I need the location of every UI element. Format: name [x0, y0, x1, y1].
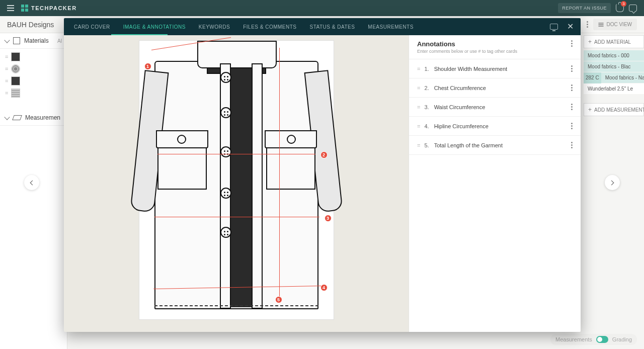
brand-text: TECHPACKER: [31, 5, 77, 11]
measure-line-2: [157, 154, 315, 154]
measure-line-5v: [279, 48, 280, 301]
drag-icon: =: [417, 123, 419, 129]
topbar: TECHPACKER REPORT AN ISSUE 3: [0, 0, 644, 16]
annotation-row[interactable]: = 5. Total Length of the Garment: [409, 136, 581, 155]
more-icon[interactable]: [571, 142, 573, 148]
more-icon[interactable]: [571, 40, 573, 47]
more-icon[interactable]: [571, 123, 573, 129]
modal-tabs: CARD COVER IMAGE & ANNOTATIONS KEYWORDS …: [64, 18, 581, 35]
more-icon[interactable]: [571, 104, 573, 110]
marker-3[interactable]: 3: [325, 215, 332, 222]
annotation-row[interactable]: = 3. Waist Circumference: [409, 98, 581, 117]
drag-icon: =: [5, 90, 7, 96]
material-chip[interactable]: Mood fabrics - Navy: [601, 72, 644, 83]
chevron-down-icon: [4, 37, 10, 43]
annotations-panel: Annotations Enter comments below or use …: [409, 35, 581, 332]
materials-list: = = = =: [0, 49, 67, 101]
tab-files-comments[interactable]: FILES & COMMENTS: [243, 24, 296, 30]
material-chip[interactable]: Mood fabrics - Blac: [584, 61, 644, 72]
toggle-left-label: Measurements: [555, 336, 592, 342]
drag-icon: =: [417, 142, 419, 148]
brand-logo[interactable]: TECHPACKER: [21, 5, 77, 12]
swatch-icon: [11, 89, 20, 98]
secondary-bar-right: DOC VIEW: [587, 19, 637, 30]
drag-icon: =: [417, 85, 419, 91]
modal-body: 1 2 3 4 5 Annotations Enter comments bel…: [64, 35, 581, 332]
tab-status-dates[interactable]: STATUS & DATES: [310, 24, 355, 30]
plus-icon: +: [588, 106, 592, 113]
material-chip[interactable]: Wunderlabel 2.5" Le: [584, 83, 644, 94]
menu-icon[interactable]: [7, 5, 14, 11]
marker-5[interactable]: 5: [275, 296, 282, 303]
modal-tabs-right: ✕: [550, 23, 574, 31]
chevron-down-icon: [4, 114, 10, 120]
annotation-row[interactable]: = 2. Chest Circumference: [409, 78, 581, 98]
doc-view-button[interactable]: DOC VIEW: [593, 19, 637, 30]
measurements-grading-toggle[interactable]: Measurements Grading: [550, 334, 637, 345]
annotation-number: 1.: [424, 66, 429, 72]
notifications-badge: 3: [621, 1, 626, 7]
more-icon[interactable]: [571, 84, 573, 91]
drag-icon: =: [5, 54, 7, 60]
project-name[interactable]: BAUH Designs: [7, 21, 54, 29]
annotation-number: 4.: [424, 123, 429, 129]
add-material-button[interactable]: +ADD MATERIAL: [584, 35, 644, 48]
marker-4[interactable]: 4: [320, 284, 328, 291]
logo-mark-icon: [21, 5, 28, 12]
annotation-row[interactable]: = 4. Hipline Circumference: [409, 117, 581, 136]
monitor-icon[interactable]: [550, 24, 558, 30]
annotations-title: Annotations: [417, 40, 517, 48]
annotations-header: Annotations Enter comments below or use …: [409, 35, 581, 59]
annotation-number: 2.: [424, 85, 429, 91]
drag-icon: =: [417, 104, 419, 110]
next-button[interactable]: [605, 175, 620, 190]
annotation-label: Hipline Circumference: [434, 123, 489, 129]
tab-measurements[interactable]: MEASUREMENTS: [368, 24, 413, 30]
materials-badge: Al: [57, 38, 62, 44]
material-row[interactable]: =: [0, 51, 67, 63]
add-measurement-button[interactable]: +ADD MEASUREMENT: [584, 103, 644, 116]
measure-line-3: [154, 217, 319, 217]
image-area: 1 2 3 4 5: [64, 35, 409, 332]
annotations-subtitle: Enter comments below or use # to tag oth…: [417, 49, 517, 54]
annotation-label: Total Length of the Garment: [434, 142, 503, 148]
right-background-strip: +ADD MATERIAL Mood fabrics - 000 Mood fa…: [584, 33, 644, 118]
notifications-icon[interactable]: 3: [616, 4, 624, 12]
stack-icon: [598, 23, 604, 27]
swatch-icon: [11, 76, 20, 85]
annotation-label: Chest Circumference: [434, 85, 486, 91]
tab-keywords[interactable]: KEYWORDS: [199, 24, 230, 30]
color-code-chip: 282 C: [584, 72, 601, 83]
tab-card-cover[interactable]: CARD COVER: [74, 24, 110, 30]
materials-title: Materials: [24, 37, 49, 44]
swatch-icon: [11, 64, 20, 73]
material-chip[interactable]: Mood fabrics - 000: [584, 50, 644, 61]
toggle-switch[interactable]: [596, 336, 608, 343]
marker-2[interactable]: 2: [320, 151, 328, 158]
annotation-row[interactable]: = 1. Shoulder Width Measurement: [409, 59, 581, 78]
more-icon[interactable]: [587, 21, 588, 28]
left-panel: Materials Al = = = = Measuremen: [0, 33, 67, 349]
report-issue-button[interactable]: REPORT AN ISSUE: [558, 3, 611, 13]
topbar-left: TECHPACKER: [7, 5, 77, 12]
marker-1[interactable]: 1: [144, 63, 151, 70]
annotation-label: Shoulder Width Measurement: [434, 66, 508, 72]
prev-button[interactable]: [24, 175, 39, 190]
more-icon[interactable]: [571, 65, 573, 72]
materials-section-header[interactable]: Materials Al: [0, 33, 67, 49]
tab-image-annotations[interactable]: IMAGE & ANNOTATIONS: [123, 24, 186, 30]
toggle-right-label: Grading: [612, 336, 632, 342]
material-row[interactable]: =: [0, 75, 67, 87]
garment-illustration: 1 2 3 4 5: [139, 40, 334, 320]
chat-icon[interactable]: [629, 5, 637, 12]
drag-icon: =: [5, 66, 7, 72]
material-row[interactable]: =: [0, 87, 67, 99]
annotation-number: 3.: [424, 104, 429, 110]
close-icon[interactable]: ✕: [567, 23, 574, 31]
add-measurement-label: ADD MEASUREMENT: [594, 107, 644, 113]
add-material-label: ADD MATERIAL: [594, 39, 631, 45]
chevron-right-icon: [609, 180, 614, 185]
measurements-section-header[interactable]: Measuremen: [0, 110, 67, 126]
measurements-title: Measuremen: [25, 114, 60, 121]
material-row[interactable]: =: [0, 63, 67, 75]
